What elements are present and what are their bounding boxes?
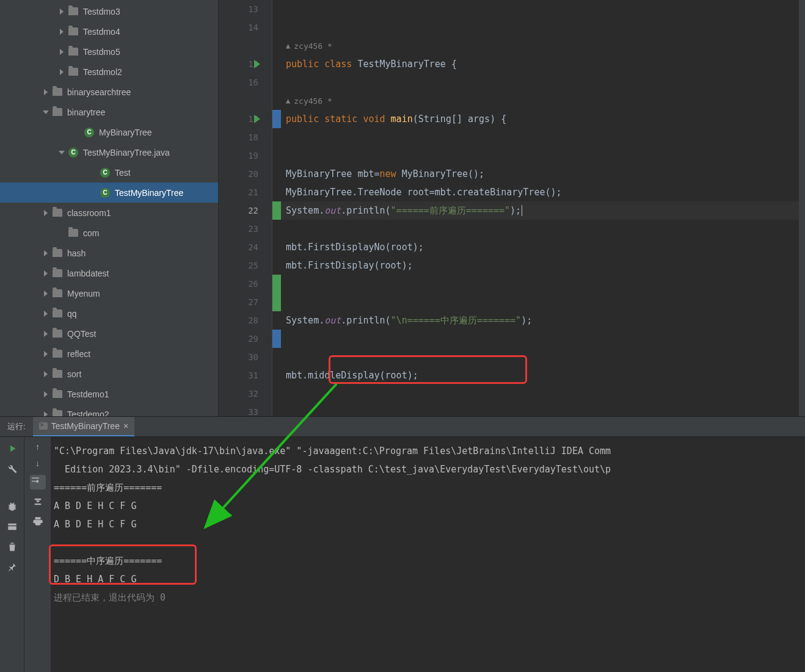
line-number[interactable]: 20 — [219, 165, 272, 183]
tree-item[interactable]: lambdatest — [0, 263, 218, 283]
tree-item-label: Test — [115, 168, 218, 178]
tree-item[interactable]: Testdmol2 — [0, 62, 218, 82]
code-area[interactable]: ▲zcy456 * public class TestMyBinaryTree … — [281, 0, 805, 416]
chevron-right-icon[interactable] — [59, 29, 65, 35]
line-number[interactable]: 33 — [219, 403, 272, 421]
tree-item[interactable]: sort — [0, 364, 218, 384]
tree-item[interactable]: Testdmo4 — [0, 21, 218, 42]
chevron-right-icon[interactable] — [59, 9, 65, 15]
line-number[interactable]: 25 — [219, 256, 272, 275]
tree-item[interactable]: Testdemo1 — [0, 384, 218, 404]
tree-item-label: Testdmo5 — [83, 47, 218, 57]
line-number[interactable]: 14 — [219, 18, 272, 37]
code-editor[interactable]: 13141516171819202122232425262728293031 3… — [219, 0, 805, 416]
line-number[interactable]: 17 — [219, 110, 272, 128]
chevron-down-icon[interactable] — [43, 109, 49, 115]
tree-item-label: Testdemo2 — [67, 410, 218, 417]
tree-item-label: sort — [67, 369, 218, 379]
chevron-right-icon[interactable] — [43, 371, 49, 377]
chevron-down-icon[interactable] — [59, 150, 65, 156]
project-tree[interactable]: Testdmo3Testdmo4Testdmo5Testdmol2binarys… — [0, 0, 219, 416]
line-number[interactable]: 26 — [219, 275, 272, 293]
chevron-right-icon[interactable] — [43, 311, 49, 317]
debug-icon[interactable] — [5, 500, 19, 513]
folder-icon — [53, 309, 62, 317]
line-number[interactable]: 18 — [219, 128, 272, 146]
tree-item[interactable]: QQTest — [0, 323, 218, 344]
wrench-icon[interactable] — [5, 462, 19, 475]
line-number[interactable]: 15 — [219, 55, 272, 73]
chevron-right-icon[interactable] — [43, 351, 49, 357]
line-number[interactable]: 28 — [219, 311, 272, 330]
class-icon: C — [84, 128, 94, 137]
close-icon[interactable]: × — [123, 421, 128, 431]
trash-icon[interactable] — [5, 540, 19, 554]
class-icon: C — [68, 148, 78, 157]
chevron-right-icon[interactable] — [43, 331, 49, 337]
line-number[interactable]: 32 — [219, 385, 272, 403]
tree-item[interactable]: binarytree — [0, 102, 218, 122]
line-number[interactable]: 16 — [219, 73, 272, 92]
chevron-right-icon[interactable] — [43, 391, 49, 397]
chevron-right-icon[interactable] — [43, 210, 49, 216]
soft-wrap-icon[interactable] — [30, 475, 46, 490]
layout-icon[interactable] — [5, 520, 19, 533]
line-number[interactable]: 30 — [219, 348, 272, 366]
tree-item-label: Testdmo4 — [83, 27, 218, 37]
tree-item[interactable]: Testdmo3 — [0, 1, 218, 21]
run-config-tab[interactable]: TestMyBinaryTree × — [33, 417, 134, 436]
chevron-right-icon[interactable] — [59, 69, 65, 75]
rerun-icon[interactable] — [5, 442, 19, 455]
tree-item-label: QQTest — [67, 329, 218, 339]
line-number[interactable]: 31 — [219, 366, 272, 385]
line-number[interactable]: 21 — [219, 183, 272, 201]
chevron-right-icon[interactable] — [43, 89, 49, 95]
line-number[interactable]: 27 — [219, 293, 272, 311]
line-number[interactable] — [219, 92, 272, 110]
run-toolwindow-label: 运行: — [0, 421, 33, 432]
tree-item[interactable]: Testdemo2 — [0, 404, 218, 416]
tree-item[interactable]: reflect — [0, 344, 218, 364]
tree-item[interactable]: Myenum — [0, 283, 218, 303]
run-toolbar-col1 — [0, 437, 24, 672]
line-number[interactable]: 19 — [219, 146, 272, 165]
print-icon[interactable] — [32, 516, 43, 529]
class-icon: C — [100, 168, 110, 178]
up-arrow-icon[interactable]: ↑ — [35, 442, 40, 452]
console-output[interactable]: "C:\Program Files\Java\jdk-17\bin\java.e… — [51, 437, 805, 672]
tree-item[interactable]: com — [0, 223, 218, 243]
tree-item[interactable]: Testdmo5 — [0, 42, 218, 62]
chevron-right-icon[interactable] — [43, 411, 49, 417]
tree-item[interactable]: hash — [0, 243, 218, 263]
line-number[interactable] — [219, 37, 272, 55]
chevron-right-icon[interactable] — [43, 270, 49, 276]
pin-icon[interactable] — [5, 560, 19, 574]
tree-item-label: hash — [67, 248, 218, 258]
console-line: ======中序遍历======= — [54, 552, 803, 570]
down-arrow-icon[interactable]: ↓ — [35, 458, 40, 468]
run-gutter-icon[interactable] — [254, 60, 260, 68]
tree-item[interactable]: CMyBinaryTree — [0, 122, 218, 142]
console-line: D B E H A F C G — [54, 570, 803, 588]
line-number[interactable]: 24 — [219, 238, 272, 256]
tree-item[interactable]: CTestMyBinaryTree — [0, 182, 218, 203]
tree-item[interactable]: CTest — [0, 162, 218, 182]
scroll-icon[interactable] — [32, 496, 43, 509]
line-number[interactable]: 23 — [219, 220, 272, 238]
folder-icon — [53, 330, 62, 338]
line-number[interactable]: 22 — [219, 201, 272, 220]
tree-item[interactable]: binarysearchtree — [0, 82, 218, 102]
tree-item[interactable]: CTestMyBinaryTree.java — [0, 142, 218, 162]
editor-scrollbar[interactable] — [799, 0, 805, 416]
line-number[interactable]: 29 — [219, 330, 272, 348]
chevron-right-icon[interactable] — [43, 250, 49, 256]
tree-item[interactable]: classroom1 — [0, 203, 218, 223]
chevron-right-icon[interactable] — [59, 49, 65, 55]
tree-item-label: classroom1 — [67, 208, 218, 218]
line-number[interactable]: 13 — [219, 0, 272, 18]
tree-item[interactable]: qq — [0, 303, 218, 323]
chevron-right-icon[interactable] — [43, 291, 49, 297]
folder-icon — [68, 27, 78, 35]
run-gutter-icon[interactable] — [254, 115, 260, 123]
tree-item-label: Testdmo3 — [83, 7, 218, 16]
